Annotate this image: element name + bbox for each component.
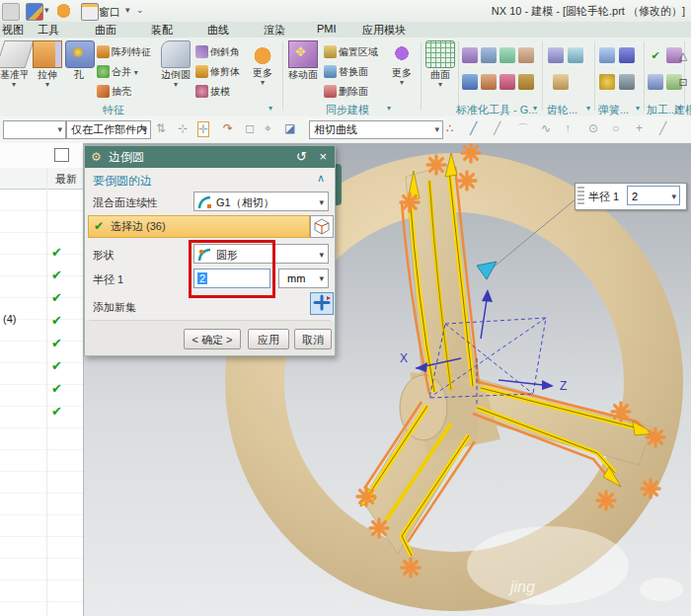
chevron-down-icon[interactable]: ▾ [424,82,456,88]
trim-body-button[interactable]: 修剪体 [195,65,240,84]
chevron-down-icon[interactable]: ▾ [586,104,590,113]
apply-button[interactable]: 应用 [248,329,289,349]
select-edge-row[interactable]: ✔ 选择边 (36) [88,215,310,238]
uptodate-column-header[interactable]: 最新 [0,168,83,190]
edge-blend-button[interactable]: 边倒圆 ▾ [158,40,193,88]
save-dropdown-icon[interactable]: ▾ [44,5,49,15]
hole-button[interactable]: 孔 [65,40,93,82]
close-icon[interactable]: × [319,146,327,168]
window-dropdown-icon[interactable]: ▾ [125,5,130,15]
chevron-down-icon[interactable]: ▾ [533,104,537,113]
touch-mode-icon[interactable] [57,3,73,19]
modeling-triangle-icon[interactable]: △ [675,47,691,63]
tool-icon[interactable] [462,74,478,90]
sphere-select-icon[interactable]: ⌖ [265,121,271,135]
snap-spline-icon[interactable]: ∿ [541,121,551,135]
snap-arc-icon[interactable]: ⌒ [517,121,529,138]
chevron-down-icon[interactable]: ▾ [319,270,324,287]
snap-point-toggle-icon[interactable]: ✛ [197,121,209,137]
tool-icon[interactable] [481,47,497,63]
window-menu-label[interactable]: 窗口 [99,5,120,20]
gear-tool-icon[interactable] [548,47,564,63]
point-constructor-icon[interactable]: ↷ [223,121,233,135]
snap-endpoint-icon[interactable]: ╱ [470,121,477,135]
tab-application[interactable]: 应用模块 [362,23,406,38]
extrude-button[interactable]: 拉伸 ▾ [32,40,63,88]
chevron-down-icon[interactable]: ▾ [0,82,28,88]
tool-icon[interactable] [518,47,534,63]
chevron-down-icon[interactable]: ▾ [319,245,324,265]
cancel-button[interactable]: 取消 [294,329,332,349]
navigator-rows[interactable] [0,190,83,616]
edge-endpoint-marker-icon[interactable] [401,193,419,211]
snap-point-icon[interactable]: ∴ [446,121,454,135]
chevron-down-icon[interactable]: ▾ [387,80,417,86]
chevron-down-icon[interactable]: ▾ [32,82,63,88]
chevron-down-icon[interactable]: ▾ [134,68,138,77]
chevron-down-icon[interactable]: ▾ [671,187,676,206]
spring-tool-icon[interactable] [599,47,615,63]
maximize-icon[interactable] [54,148,69,162]
tool-icon[interactable] [499,74,515,90]
delete-face-button[interactable]: 删除面 [324,85,368,104]
shape-select[interactable]: 圆形 ▾ [193,244,329,264]
machining-check-icon[interactable]: ✔ [648,47,663,63]
snap-intersection-icon[interactable]: + [636,121,643,135]
feature-group-dialog-icon[interactable]: ▾ [269,104,272,113]
spring-tool-icon[interactable] [599,74,615,90]
surface-button[interactable]: 曲面 ▾ [424,40,456,88]
drag-handle-icon[interactable] [577,187,584,206]
pattern-feature-button[interactable]: 阵列特征 [97,45,151,64]
reset-icon[interactable]: ↺ [296,146,307,168]
snap-tangent-icon[interactable]: ╱ [659,121,666,135]
chevron-down-icon[interactable]: ▾ [158,82,193,88]
edge-endpoint-marker-icon[interactable] [402,559,420,577]
snap-pole-icon[interactable]: ↑ [565,121,571,135]
machining-tool-icon[interactable] [648,74,663,90]
sync-group-dialog-icon[interactable]: ▾ [387,104,391,113]
tab-curve[interactable]: 曲线 [207,23,229,38]
tab-render[interactable]: 渲染 [264,23,285,38]
tab-view[interactable]: 视图 [2,23,24,38]
tab-assembly[interactable]: 装配 [151,23,173,38]
edge-endpoint-marker-icon[interactable] [458,172,476,190]
select-handle-icon[interactable]: ⊹ [178,121,188,135]
snap-circle-icon[interactable]: ○ [612,121,619,135]
app-menu-icon[interactable] [2,3,20,21]
gear-tool-icon[interactable] [553,74,569,90]
edge-endpoint-marker-icon[interactable] [462,144,480,162]
edge-endpoint-marker-icon[interactable] [642,480,659,498]
rectangle-select-icon[interactable]: ◻ [245,121,255,135]
snap-midpoint-icon[interactable]: ╱ [494,121,500,135]
edge-endpoint-marker-icon[interactable] [370,519,388,537]
save-icon[interactable] [26,3,43,21]
move-face-button[interactable]: 移动面 [285,40,321,82]
unit-select[interactable]: mm▾ [278,269,329,288]
gear-tool-icon[interactable] [568,47,583,63]
radius-direction-arrow[interactable] [477,262,497,279]
curve-rule-select[interactable]: 相切曲线▾ [309,120,443,139]
window-menu-icon[interactable] [81,3,99,21]
tool-icon[interactable] [499,47,515,63]
ok-button[interactable]: < 确定 > [184,329,241,349]
edge-endpoint-marker-icon[interactable] [647,428,664,446]
shaded-select-icon[interactable]: ◪ [284,121,295,135]
chevron-down-icon[interactable]: ▾ [319,192,324,212]
datum-plane-button[interactable]: 基准平面 ▾ [0,40,28,88]
qat-overflow-icon[interactable]: ⌄ [136,5,144,15]
modeling-window-icon[interactable]: ⊡ [675,74,691,90]
sync-more-button[interactable]: 更多 ▾ [387,40,417,86]
feature-more-button[interactable]: 更多 ▾ [247,40,278,86]
add-new-set-button[interactable] [310,292,334,315]
edge-endpoint-marker-icon[interactable] [612,403,630,421]
tab-tools[interactable]: 工具 [38,23,59,38]
edge-endpoint-marker-icon[interactable] [357,488,375,505]
find-in-navigator-icon[interactable]: ⇅ [156,121,166,135]
shell-button[interactable]: 抽壳 [97,85,131,104]
tab-pmi[interactable]: PMI [317,23,337,35]
solid-preview-button[interactable] [310,215,334,238]
edge-endpoint-marker-icon[interactable] [597,492,615,509]
onscreen-radius-input[interactable]: 半径 1 2 ▾ [575,183,687,210]
continuity-select[interactable]: G1（相切） ▾ [193,192,329,211]
spring-tool-icon[interactable] [619,47,635,63]
